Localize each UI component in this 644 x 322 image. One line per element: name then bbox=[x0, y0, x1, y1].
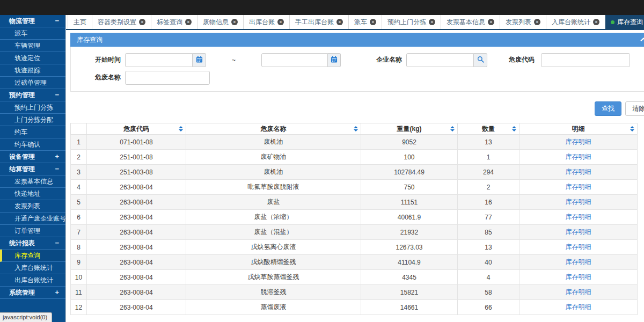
search-button[interactable]: 查找 bbox=[595, 101, 621, 116]
sidebar-group-header[interactable]: 设备管理+ bbox=[0, 151, 65, 163]
sidebar-group-header[interactable]: 统计报表− bbox=[0, 237, 65, 250]
sidebar-group-header[interactable]: 物流管理− bbox=[0, 15, 65, 27]
row-index-cell: 8 bbox=[71, 240, 87, 255]
inventory-detail-link[interactable]: 库存明细 bbox=[566, 273, 591, 281]
main-area: 主页容器类别设置×标签查询×废物信息×出库台账×手工出库台账×派车×预约上门分拣… bbox=[65, 15, 644, 322]
column-header[interactable]: 数量 bbox=[458, 123, 519, 135]
waste-code-cell: 263-008-04 bbox=[87, 195, 186, 210]
table-row: 12263-008-04蒸馏废液1466166库存明细 bbox=[71, 300, 638, 315]
query-panel-header[interactable]: 库存查询 bbox=[70, 33, 644, 47]
tab[interactable]: 废物信息× bbox=[197, 15, 244, 29]
tab[interactable]: 标签查询× bbox=[151, 15, 197, 29]
sort-icon[interactable] bbox=[450, 126, 455, 131]
sidebar-group-header[interactable]: 系统管理+ bbox=[0, 287, 65, 299]
column-header-label: 重量(kg) bbox=[397, 125, 422, 133]
sidebar-nav: 物流管理−派车车辆管理轨迹定位轨迹跟踪过磅单管理预约管理−预约上门分拣上门分拣分… bbox=[0, 15, 65, 322]
inventory-detail-link[interactable]: 库存明细 bbox=[566, 228, 591, 236]
table-header-row: 危废代码危废名称重量(kg)数量明细 bbox=[71, 123, 638, 135]
quantity-cell: 58 bbox=[458, 285, 519, 300]
waste-code-input[interactable] bbox=[541, 53, 630, 67]
inventory-detail-link[interactable]: 库存明细 bbox=[566, 183, 591, 191]
detail-cell: 库存明细 bbox=[519, 225, 638, 240]
company-search-button[interactable] bbox=[474, 53, 487, 67]
tab[interactable]: 发票列表× bbox=[500, 15, 546, 29]
waste-name-input[interactable] bbox=[125, 71, 210, 85]
collapse-chevron-icon[interactable] bbox=[640, 36, 644, 43]
inventory-detail-link[interactable]: 库存明细 bbox=[566, 198, 591, 206]
sidebar-item[interactable]: 预约上门分拣 bbox=[0, 101, 65, 114]
sidebar-item[interactable]: 派车 bbox=[0, 27, 65, 40]
sidebar-item[interactable]: 快递地址 bbox=[0, 188, 65, 200]
query-panel-title: 库存查询 bbox=[77, 35, 103, 45]
weight-cell: 15821 bbox=[361, 285, 458, 300]
tab-close-icon[interactable]: × bbox=[185, 19, 192, 25]
sidebar-item[interactable]: 入库台账统计 bbox=[0, 262, 65, 274]
column-header[interactable]: 重量(kg) bbox=[361, 123, 458, 135]
sidebar-group-header[interactable]: 结算管理− bbox=[0, 163, 65, 175]
column-header[interactable]: 危废代码 bbox=[87, 123, 186, 135]
detail-cell: 库存明细 bbox=[519, 270, 638, 285]
sidebar-item-active[interactable]: 库存查询 bbox=[0, 250, 65, 262]
sidebar-item[interactable]: 过磅单管理 bbox=[0, 77, 65, 89]
tab[interactable]: 手工出库台账× bbox=[290, 15, 349, 29]
tab[interactable]: 出库台账× bbox=[244, 15, 290, 29]
company-name-input[interactable] bbox=[406, 53, 474, 67]
inventory-detail-link[interactable]: 库存明细 bbox=[566, 138, 591, 145]
inventory-detail-link[interactable]: 库存明细 bbox=[566, 168, 591, 175]
table-row: 1071-001-08废机油905213库存明细 bbox=[71, 135, 638, 150]
tab-close-icon[interactable]: × bbox=[429, 19, 435, 25]
column-header[interactable]: 危废名称 bbox=[186, 123, 361, 135]
tab[interactable]: 主页 bbox=[68, 15, 92, 29]
tab-close-icon[interactable]: × bbox=[593, 19, 599, 25]
tab-close-icon[interactable]: × bbox=[370, 19, 376, 25]
end-date-calendar-button[interactable] bbox=[328, 53, 341, 67]
tab-close-icon[interactable]: × bbox=[231, 19, 238, 25]
sidebar-item[interactable]: 上门分拣分配 bbox=[0, 114, 65, 126]
tab[interactable]: 发票基本信息× bbox=[441, 15, 500, 29]
inventory-detail-link[interactable]: 库存明细 bbox=[566, 153, 591, 160]
tab-close-icon[interactable]: × bbox=[139, 19, 145, 25]
inventory-detail-link[interactable]: 库存明细 bbox=[566, 303, 591, 311]
inventory-detail-link[interactable]: 库存明细 bbox=[566, 258, 591, 266]
sidebar-item[interactable]: 发票列表 bbox=[0, 200, 65, 213]
clear-button[interactable]: 清除 bbox=[625, 101, 644, 116]
start-date-input[interactable] bbox=[125, 53, 193, 67]
inventory-detail-link[interactable]: 库存明细 bbox=[566, 243, 591, 251]
sort-icon[interactable] bbox=[630, 126, 634, 131]
sort-icon[interactable] bbox=[512, 126, 516, 131]
tab-label: 容器类别设置 bbox=[98, 18, 136, 27]
tab[interactable]: 入库台账统计× bbox=[546, 15, 605, 29]
tab[interactable]: 预约上门分拣× bbox=[382, 15, 441, 29]
sidebar-item[interactable]: 开通产废企业账号 bbox=[0, 213, 65, 225]
content-area: 库存查询 开始时间 bbox=[66, 30, 644, 315]
column-header-label: 危废名称 bbox=[261, 125, 287, 133]
tab-close-icon[interactable]: × bbox=[277, 19, 284, 25]
column-header[interactable]: 明细 bbox=[519, 123, 638, 135]
end-date-input[interactable] bbox=[261, 53, 328, 67]
sidebar-item[interactable]: 约车确认 bbox=[0, 138, 65, 151]
tab-close-icon[interactable]: × bbox=[488, 19, 494, 25]
waste-code-cell: 251-001-08 bbox=[87, 150, 186, 165]
start-date-calendar-button[interactable] bbox=[193, 53, 206, 67]
tab-active[interactable]: 库存查询× bbox=[605, 15, 644, 29]
sidebar-group-header[interactable]: 预约管理− bbox=[0, 89, 65, 101]
sidebar-item[interactable]: 订单管理 bbox=[0, 225, 65, 237]
tab[interactable]: 容器类别设置× bbox=[92, 15, 151, 29]
tab-close-icon[interactable]: × bbox=[336, 19, 343, 25]
sidebar-item[interactable]: 发票基本信息 bbox=[0, 175, 65, 188]
sidebar-item[interactable]: 轨迹定位 bbox=[0, 52, 65, 64]
inventory-detail-link[interactable]: 库存明细 bbox=[566, 213, 591, 221]
company-search-group bbox=[406, 53, 487, 67]
sidebar-item[interactable]: 车辆管理 bbox=[0, 40, 65, 52]
sidebar-item[interactable]: 约车 bbox=[0, 126, 65, 138]
tab-close-icon[interactable]: × bbox=[534, 19, 540, 25]
sidebar-item[interactable]: 出库台账统计 bbox=[0, 274, 65, 287]
sort-icon[interactable] bbox=[354, 126, 358, 131]
sidebar-item[interactable]: 轨迹跟踪 bbox=[0, 64, 65, 77]
sort-icon[interactable] bbox=[179, 126, 183, 131]
quantity-cell: 77 bbox=[458, 210, 519, 225]
inventory-detail-link[interactable]: 库存明细 bbox=[566, 288, 591, 296]
table-row: 4263-008-04吡氟草胺废脱附液7502库存明细 bbox=[71, 180, 638, 195]
weight-cell: 102784.49 bbox=[361, 165, 458, 180]
tab[interactable]: 派车× bbox=[349, 15, 382, 29]
